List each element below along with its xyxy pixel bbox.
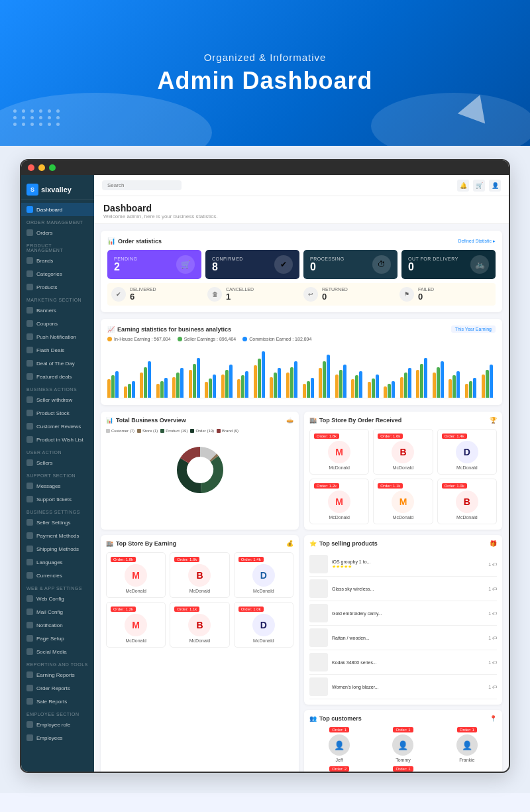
sidebar-section-label: SUPPORT SECTION: [21, 469, 94, 479]
store-name: McDonald: [456, 465, 478, 470]
sidebar-item-earning-reports[interactable]: Earning Reports: [21, 668, 94, 681]
sidebar-item-seller-withdraw[interactable]: Seller withdraw: [21, 393, 94, 406]
chart-bar: [172, 377, 176, 398]
sidebar-item-label: Sellers: [36, 460, 52, 466]
sidebar-item-seller-settings[interactable]: Seller Settings: [21, 516, 94, 529]
customer-badge: Order: 2: [329, 766, 349, 772]
chart-bar: [424, 358, 427, 398]
store-logo: B: [188, 564, 211, 587]
top-customers-panel: 👥 Top customers 📍 Order: 1 👤 Jeff Order:…: [304, 710, 502, 772]
chart-title: 📈 Earning statistics for business analyt…: [107, 326, 231, 333]
donut-segment: [201, 456, 223, 493]
sidebar-item-support-tickets[interactable]: Support tickets: [21, 493, 94, 506]
year-earning-btn[interactable]: This Year Earning: [451, 325, 496, 333]
sidebar-item-banners[interactable]: Banners: [21, 304, 94, 317]
sec-card-num: 1: [226, 292, 254, 302]
chart-bar: [327, 355, 330, 398]
store-logo: M: [125, 614, 147, 636]
chart-bar: [193, 364, 196, 398]
user-icon[interactable]: 👤: [489, 180, 501, 192]
chart-bar: [290, 367, 293, 398]
sidebar-item-brands[interactable]: Brands: [21, 254, 94, 267]
chart-bar-group: [205, 375, 219, 398]
search-input[interactable]: [102, 180, 182, 190]
sidebar-item-notification[interactable]: Notification: [21, 618, 94, 632]
sidebar-item-web-config[interactable]: Web Config: [21, 592, 94, 605]
sidebar-item-currencies[interactable]: Currencies: [21, 569, 94, 582]
store-earning-title: 🏬 Top Store By Earning: [106, 540, 176, 547]
sidebar-item-label: Social Media: [36, 649, 67, 655]
coin-icon: 💰: [286, 540, 293, 547]
main-content: 🔔 🛒 👤 Dashboard Welcome admin, here is y…: [94, 175, 509, 772]
sidebar-item-flash-deals[interactable]: Flash Deals: [21, 343, 94, 357]
sidebar-section-label: MARKETING SECTION: [21, 294, 94, 304]
sidebar-item-orders[interactable]: Orders: [21, 226, 94, 239]
store-logo: D: [252, 564, 275, 587]
card-number: 2: [114, 261, 137, 273]
sidebar-item-employees[interactable]: Employees: [21, 731, 94, 744]
sidebar-item-label: Employee role: [36, 722, 70, 728]
sidebar-item-categories[interactable]: Categories: [21, 267, 94, 280]
triangle-decoration: [458, 90, 494, 124]
sidebar-item-featured-deals[interactable]: Featured deals: [21, 370, 94, 383]
sidebar-item-dashboard[interactable]: Dashboard: [21, 203, 94, 216]
chart-bar: [400, 377, 403, 398]
sidebar-item-page-setup[interactable]: Page Setup: [21, 632, 94, 645]
chart-bar: [294, 361, 297, 398]
sidebar-item-languages[interactable]: Languages: [21, 555, 94, 569]
store-badge: Order: 1.4k: [238, 557, 264, 562]
chart-bar: [160, 381, 164, 398]
sidebar-item-mail-config[interactable]: Mail Config: [21, 605, 94, 618]
notification-icon[interactable]: 🔔: [457, 180, 469, 192]
sidebar-item-products[interactable]: Products: [21, 280, 94, 294]
nav-icon: [26, 595, 33, 602]
sidebar-item-deal-of-the-day[interactable]: Deal of The Day: [21, 357, 94, 370]
hero-section: Organized & Informative Admin Dashboard: [0, 0, 530, 146]
chart-bar: [274, 373, 277, 398]
sec-card-label: RETURNED: [322, 287, 348, 292]
customers-icon: 👥: [309, 715, 317, 722]
sidebar-item-coupons[interactable]: Coupons: [21, 317, 94, 330]
top-selling-panel: ⭐ Top selling products 🎁 iOS groupby 1 t…: [304, 535, 502, 705]
nav-icon: [26, 734, 33, 741]
dash-subtitle: Welcome admin, here is your business sta…: [103, 213, 500, 219]
sec-card-label: DELIVERED: [130, 287, 156, 292]
store-badge: Order: 1.2k: [111, 607, 136, 612]
store-logo: M: [328, 441, 350, 463]
sidebar-item-shipping-methods[interactable]: Shipping Methods: [21, 542, 94, 555]
logo-text: sixvalley: [41, 186, 72, 194]
sidebar-item-customer-reviews[interactable]: Customer Reviews: [21, 420, 94, 433]
sidebar-item-push-notification[interactable]: Push Notification: [21, 330, 94, 343]
gift-icon: 🎁: [490, 540, 497, 547]
sidebar-item-payment-methods[interactable]: Payment Methods: [21, 529, 94, 542]
sidebar-item-order-reports[interactable]: Order Reports: [21, 681, 94, 695]
donut-legend-item: Store (1): [137, 429, 158, 433]
sec-card-info: CANCELLED 1: [226, 287, 254, 302]
customer-avatar: 👤: [329, 734, 350, 756]
sidebar-item-label: Featured deals: [36, 374, 72, 380]
cart-icon[interactable]: 🛒: [473, 180, 485, 192]
store-badge: Order: 1.1k: [378, 483, 403, 489]
minimize-btn[interactable]: [38, 164, 45, 171]
chart-bar: [452, 375, 456, 398]
nav-icon: [26, 410, 33, 416]
sidebar-item-employee-role[interactable]: Employee role: [21, 718, 94, 731]
nav-icon: [26, 532, 33, 539]
sidebar-item-product-stock[interactable]: Product Stock: [21, 406, 94, 420]
close-btn[interactable]: [28, 164, 34, 171]
chart-icon: 📊: [107, 237, 115, 245]
store-order-title: 🏬 Top Store By Order Received: [309, 417, 401, 424]
chart-bar-group: [449, 371, 463, 398]
dashboard-icon: [26, 206, 33, 213]
chart-bar: [128, 384, 131, 398]
sidebar-item-messages[interactable]: Messages: [21, 479, 94, 493]
sidebar-item-social-media[interactable]: Social Media: [21, 645, 94, 658]
overall-stats-link[interactable]: Defined Statistic ▸: [458, 239, 496, 244]
chart-bar: [404, 373, 407, 398]
sidebar-item-sellers[interactable]: Sellers: [21, 456, 94, 469]
maximize-btn[interactable]: [49, 164, 56, 171]
earning-chart-section: 📈 Earning statistics for business analyt…: [101, 319, 502, 405]
legend-label: Seller Earnings : 896,404: [184, 337, 237, 341]
sidebar-item-sale-reports[interactable]: Sale Reports: [21, 695, 94, 708]
sidebar-item-product-in-wish-list[interactable]: Product in Wish List: [21, 433, 94, 446]
